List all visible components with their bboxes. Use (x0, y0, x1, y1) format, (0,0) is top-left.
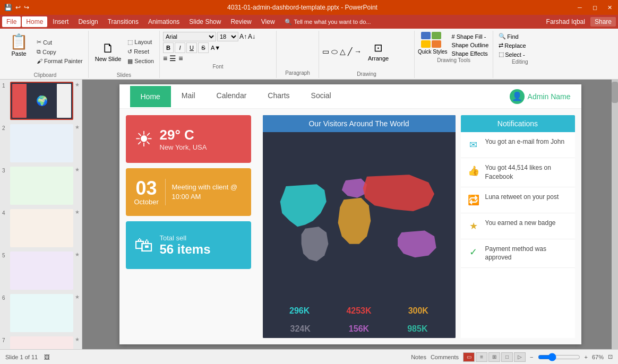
arrow-shape[interactable]: → (354, 47, 362, 56)
nav-tab-mail[interactable]: Mail (171, 85, 206, 108)
slide-sorter-button[interactable]: ⊞ (488, 352, 500, 362)
new-slide-button[interactable]: 🗋 New Slide (92, 31, 125, 72)
menu-item-animations[interactable]: Animations (144, 16, 184, 27)
menu-item-slideshow[interactable]: Slide Show (185, 16, 225, 27)
font-color-button[interactable]: A▼ (210, 44, 221, 52)
share-button[interactable]: Share (590, 17, 616, 27)
notifications-header: Notifications (461, 115, 575, 132)
menu-item-view[interactable]: View (257, 16, 279, 27)
cut-button[interactable]: ✂ Cut (35, 38, 85, 47)
align-center-button[interactable]: ☰ (169, 54, 176, 63)
quick-styles-button[interactable]: Quick Styles (418, 32, 448, 55)
section-button[interactable]: ▦ Section (125, 57, 156, 66)
slide-thumbnail-5[interactable]: 5 ★ (2, 252, 80, 290)
save-icon[interactable]: 💾 (4, 4, 12, 11)
oval-shape[interactable]: ⬭ (331, 47, 338, 56)
slide-view-icon: 🖼 (44, 354, 50, 360)
menu-item-home[interactable]: Home (22, 16, 47, 27)
slide-star-4: ★ (75, 209, 80, 215)
zoom-slider[interactable] (538, 353, 580, 361)
notification-facebook: 👍 You got 44,514 likes on Facebook (461, 158, 575, 187)
slide-thumbnail-4[interactable]: 4 ★ (2, 209, 80, 247)
sun-icon: ☀ (134, 127, 153, 151)
line-shape[interactable]: ╱ (348, 47, 352, 56)
font-group-label: Font (163, 64, 273, 70)
arrange-section: ⊡ Arrange (368, 41, 389, 62)
slide-thumbnail-2[interactable]: 2 ★ (2, 124, 80, 162)
font-row1: Arial 18 A↑ A↓ (163, 32, 273, 41)
v-scrollbar[interactable] (612, 80, 618, 349)
nav-tab-social[interactable]: Social (301, 85, 342, 108)
replace-button[interactable]: ⇄ Replace (496, 41, 543, 50)
underline-button[interactable]: U (186, 42, 197, 53)
bold-button[interactable]: B (163, 42, 174, 53)
fit-slide-button[interactable]: ⊡ (608, 353, 613, 360)
align-right-button[interactable]: ≡ (178, 54, 183, 63)
admin-name: Admin Name (528, 92, 571, 101)
format-icon: 🖌 (37, 58, 42, 64)
italic-button[interactable]: I (175, 42, 185, 53)
restore-button[interactable]: ◻ (590, 3, 599, 12)
map-header: Our Visitors Around The World (263, 115, 456, 132)
undo-icon[interactable]: ↩ (15, 4, 21, 11)
copy-button[interactable]: ⧉ Copy (35, 47, 85, 56)
font-size-selector[interactable]: 18 (217, 32, 238, 41)
search-box[interactable]: 🔍 Tell me what you want to do... (285, 19, 371, 25)
clipboard-label: Clipboard (5, 72, 85, 78)
shape-fill-button[interactable]: # Shape Fill - (451, 33, 490, 40)
meeting-day: 03 (134, 179, 159, 198)
zoom-minus-button[interactable]: − (530, 354, 533, 360)
slideshow-view-button[interactable]: ▷ (514, 352, 526, 362)
arrange-button[interactable]: ⊡ (368, 41, 389, 54)
sales-info: Total sell 56 items (160, 234, 211, 257)
zoom-plus-button[interactable]: + (585, 354, 588, 360)
reading-view-button[interactable]: □ (501, 352, 513, 362)
menu-item-file[interactable]: File (2, 16, 21, 27)
menu-item-review[interactable]: Review (226, 16, 255, 27)
stat-5: 156K (349, 324, 369, 334)
align-left-button[interactable]: ≡ (163, 54, 167, 63)
outline-view-button[interactable]: ≡ (476, 352, 487, 362)
slide-img-6 (10, 294, 73, 332)
title-bar-controls: ─ ◻ ✕ (576, 3, 614, 12)
layout-button[interactable]: ⬚ Layout (125, 38, 156, 47)
font-family-selector[interactable]: Arial (163, 32, 216, 41)
world-map-svg (263, 132, 456, 302)
notes-button[interactable]: Notes (411, 354, 426, 360)
nav-tab-home[interactable]: Home (130, 86, 171, 107)
menu-item-design[interactable]: Design (74, 16, 102, 27)
rectangle-shape[interactable]: ▭ (322, 47, 329, 56)
slide-thumbnail-6[interactable]: 6 ★ (2, 294, 80, 332)
scrollbar-thumb[interactable] (612, 82, 618, 103)
slide-thumbnail-1[interactable]: 1 🌍 ★ (2, 82, 80, 120)
slide-thumbnail-3[interactable]: 3 ★ (2, 167, 80, 205)
triangle-shape[interactable]: △ (340, 47, 346, 56)
search-placeholder: Tell me what you want to do... (294, 19, 371, 25)
decrease-font-button[interactable]: A↓ (248, 33, 255, 40)
admin-profile[interactable]: 👤 Admin Name (510, 89, 571, 104)
redo-icon[interactable]: ↪ (24, 4, 29, 11)
shape-effects-button[interactable]: Shape Effects (451, 50, 490, 57)
close-button[interactable]: ✕ (605, 3, 614, 12)
font-group: Arial 18 A↑ A↓ B I U S A▼ ≡ ☰ ≡ Font (160, 31, 277, 78)
paste-button[interactable]: 📋 Paste (5, 31, 32, 72)
menu-item-insert[interactable]: Insert (48, 16, 73, 27)
slide-thumbnail-7[interactable]: 7 ★ (2, 336, 80, 349)
strikethrough-button[interactable]: S (198, 42, 209, 53)
minimize-button[interactable]: ─ (576, 3, 584, 12)
nav-tab-calendar[interactable]: Calendar (206, 85, 258, 108)
clipboard-right: ✂ Cut ⧉ Copy 🖌 Format Painter (35, 31, 85, 72)
select-button[interactable]: ⬚ Select - (496, 50, 543, 59)
find-button[interactable]: 🔍 Find (496, 32, 543, 41)
slides-group: 🗋 New Slide ⬚ Layout ↺ Reset ▦ Section S… (89, 31, 160, 78)
nav-tab-charts[interactable]: Charts (257, 85, 300, 108)
format-painter-button[interactable]: 🖌 Format Painter (35, 57, 85, 65)
shape-outline-button[interactable]: Shape Outline (451, 41, 490, 49)
slide-star-5: ★ (75, 252, 80, 257)
menu-item-transitions[interactable]: Transitions (104, 16, 143, 27)
reset-button[interactable]: ↺ Reset (125, 47, 156, 56)
comments-button[interactable]: Comments (431, 354, 459, 360)
normal-view-button[interactable]: ▭ (463, 352, 475, 362)
stat-6: 985K (407, 324, 427, 334)
increase-font-button[interactable]: A↑ (239, 33, 247, 40)
